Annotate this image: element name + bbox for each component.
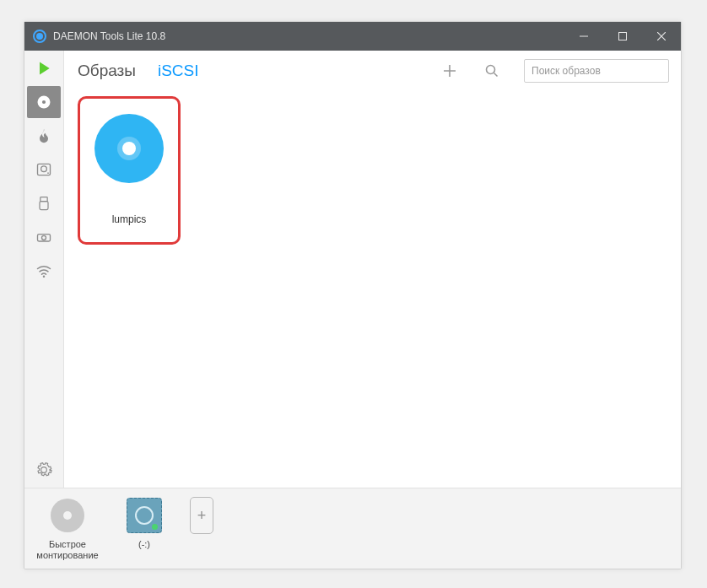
sidebar-item-burn[interactable] — [27, 120, 61, 152]
window-title: DAEMON Tools Lite 10.8 — [53, 30, 165, 42]
svg-point-11 — [43, 275, 46, 278]
drive-icon — [35, 229, 52, 245]
toolbar: Образы iSCSI — [64, 51, 681, 91]
svg-rect-0 — [580, 36, 588, 37]
hdd-icon — [35, 161, 52, 178]
disc-icon — [35, 94, 52, 111]
tab-images[interactable]: Образы — [78, 62, 136, 80]
close-button[interactable] — [642, 22, 681, 51]
gear-icon — [35, 461, 52, 478]
client-area: Образы iSCSI lu — [24, 51, 681, 569]
svg-point-10 — [42, 235, 46, 240]
plus-icon — [443, 64, 456, 78]
minimize-button[interactable] — [564, 22, 603, 51]
sidebar-item-images[interactable] — [27, 86, 61, 118]
bottom-bar: Быстрое монтирование (-:) + — [24, 488, 681, 569]
svg-rect-8 — [40, 202, 48, 210]
play-icon — [35, 60, 52, 77]
sidebar-item-settings[interactable] — [27, 454, 61, 486]
svg-point-6 — [47, 172, 49, 174]
image-catalog: lumpics — [64, 91, 681, 488]
image-item-label: lumpics — [112, 213, 147, 225]
add-device-button[interactable]: + — [185, 497, 219, 534]
sidebar — [24, 51, 64, 488]
virtual-drive-slot[interactable]: (-:) — [119, 497, 170, 550]
add-button[interactable] — [440, 61, 460, 81]
quick-mount-button[interactable]: Быстрое монтирование — [31, 497, 104, 561]
disc-icon — [94, 114, 164, 183]
svg-point-3 — [42, 100, 46, 104]
svg-rect-1 — [619, 33, 627, 40]
disc-grey-icon — [51, 499, 84, 532]
app-icon — [33, 30, 46, 43]
search-input[interactable] — [524, 59, 669, 83]
maximize-button[interactable] — [603, 22, 642, 51]
usb-icon — [35, 195, 52, 212]
drive-thumb-icon — [127, 498, 162, 533]
image-item-lumpics[interactable]: lumpics — [78, 96, 181, 245]
search-icon — [485, 64, 499, 78]
flame-icon — [35, 127, 52, 144]
sidebar-item-usb[interactable] — [27, 187, 61, 219]
sidebar-item-quickmount[interactable] — [27, 52, 61, 84]
sidebar-item-hdd[interactable] — [27, 154, 61, 186]
virtual-drive-label: (-:) — [138, 539, 150, 550]
quick-mount-label: Быстрое монтирование — [36, 539, 98, 561]
sidebar-item-vhdd[interactable] — [27, 221, 61, 253]
svg-rect-7 — [40, 197, 47, 202]
main-area: Образы iSCSI lu — [64, 51, 681, 488]
svg-point-5 — [41, 166, 47, 172]
svg-point-12 — [487, 66, 495, 74]
sidebar-item-share[interactable] — [27, 255, 61, 287]
phone-plus-icon: + — [190, 497, 213, 534]
tab-iscsi[interactable]: iSCSI — [158, 62, 199, 80]
wifi-icon — [35, 262, 52, 279]
titlebar[interactable]: DAEMON Tools Lite 10.8 — [24, 22, 681, 51]
app-window: DAEMON Tools Lite 10.8 — [24, 21, 682, 569]
search-button[interactable] — [482, 61, 502, 81]
